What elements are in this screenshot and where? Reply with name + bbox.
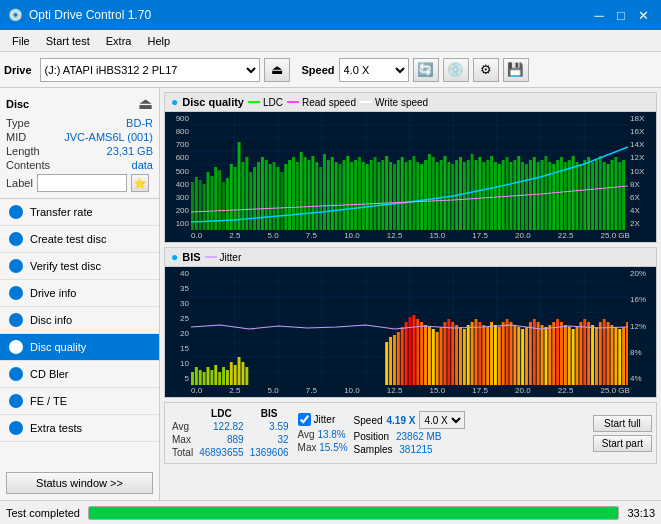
- refresh-button[interactable]: 🔄: [413, 58, 439, 82]
- disc-quality-icon: [8, 339, 24, 355]
- nav-create-test-disc[interactable]: Create test disc: [0, 226, 159, 253]
- transfer-rate-icon: [8, 204, 24, 220]
- svg-rect-50: [319, 167, 322, 230]
- maximize-button[interactable]: □: [611, 5, 631, 25]
- svg-rect-84: [451, 164, 454, 230]
- svg-rect-61: [362, 162, 365, 230]
- svg-rect-155: [230, 362, 233, 385]
- svg-rect-68: [389, 162, 392, 230]
- menu-file[interactable]: File: [4, 33, 38, 49]
- svg-rect-154: [226, 370, 229, 385]
- disc-type-label: Type: [6, 117, 30, 129]
- speed-label: Speed: [302, 64, 335, 76]
- svg-rect-69: [393, 164, 396, 230]
- drive-select[interactable]: (J:) ATAPI iHBS312 2 PL17: [40, 58, 260, 82]
- svg-rect-117: [579, 164, 582, 230]
- svg-rect-37: [269, 164, 272, 230]
- disc-label-input[interactable]: [37, 174, 127, 192]
- status-window-button[interactable]: Status window >>: [6, 472, 153, 494]
- svg-rect-197: [529, 322, 532, 385]
- svg-rect-152: [218, 372, 221, 385]
- eject-button[interactable]: ⏏: [264, 58, 290, 82]
- nav-verify-test-disc[interactable]: Verify test disc: [0, 253, 159, 280]
- svg-rect-111: [556, 160, 559, 230]
- nav-disc-info[interactable]: Disc info: [0, 307, 159, 334]
- svg-rect-25: [222, 182, 225, 230]
- svg-rect-74: [412, 156, 415, 230]
- svg-rect-153: [222, 367, 225, 385]
- chart-area: ● Disc quality LDC Read speed Write spee…: [160, 88, 661, 500]
- svg-rect-76: [420, 164, 423, 230]
- main-area: Disc ⏏ Type BD-R MID JVC-AMS6L (001) Len…: [0, 88, 661, 500]
- nav-drive-info[interactable]: Drive info: [0, 280, 159, 307]
- svg-rect-149: [207, 367, 210, 385]
- nav-cd-bler[interactable]: CD Bler: [0, 361, 159, 388]
- nav-extra-tests[interactable]: Extra tests: [0, 415, 159, 442]
- start-buttons: Start full Start part: [593, 407, 652, 459]
- svg-rect-148: [203, 372, 206, 385]
- svg-rect-92: [482, 162, 485, 230]
- svg-rect-63: [370, 160, 373, 230]
- svg-rect-119: [587, 157, 590, 230]
- svg-rect-81: [440, 160, 443, 230]
- disc-eject-icon[interactable]: ⏏: [138, 94, 153, 113]
- svg-rect-125: [611, 160, 614, 230]
- nav-transfer-rate[interactable]: Transfer rate: [0, 199, 159, 226]
- svg-rect-160: [385, 342, 388, 385]
- nav-verify-test-disc-label: Verify test disc: [30, 260, 101, 272]
- disc-label-btn[interactable]: ⭐: [131, 174, 149, 192]
- speed-select[interactable]: 4.0 X: [419, 411, 465, 429]
- nav-fe-te[interactable]: FE / TE: [0, 388, 159, 415]
- menu-start-test[interactable]: Start test: [38, 33, 98, 49]
- svg-rect-176: [447, 319, 450, 385]
- jitter-checkbox[interactable]: [298, 413, 311, 426]
- svg-rect-46: [304, 157, 307, 230]
- svg-rect-82: [443, 156, 446, 230]
- svg-rect-215: [599, 322, 602, 385]
- svg-rect-207: [568, 327, 571, 385]
- svg-rect-75: [416, 162, 419, 230]
- speed-select[interactable]: 4.0 X: [339, 58, 409, 82]
- svg-rect-36: [265, 160, 268, 230]
- disc-label-label: Label: [6, 177, 33, 189]
- total-bis: 1369606: [247, 446, 292, 459]
- start-full-button[interactable]: Start full: [593, 415, 652, 432]
- svg-rect-168: [416, 319, 419, 385]
- max-bis: 32: [247, 433, 292, 446]
- svg-rect-71: [401, 157, 404, 230]
- svg-rect-189: [498, 327, 501, 385]
- svg-rect-180: [463, 329, 466, 385]
- drive-label: Drive: [4, 64, 32, 76]
- svg-rect-217: [607, 322, 610, 385]
- svg-rect-32: [249, 172, 252, 230]
- avg-bis: 3.59: [247, 420, 292, 433]
- svg-rect-19: [199, 180, 202, 230]
- svg-rect-41: [284, 164, 287, 230]
- settings-button[interactable]: ⚙: [473, 58, 499, 82]
- nav-transfer-rate-label: Transfer rate: [30, 206, 93, 218]
- disc-button[interactable]: 💿: [443, 58, 469, 82]
- minimize-button[interactable]: ─: [589, 5, 609, 25]
- svg-rect-20: [203, 184, 206, 230]
- close-button[interactable]: ✕: [633, 5, 653, 25]
- svg-rect-113: [564, 162, 567, 230]
- svg-rect-191: [506, 319, 509, 385]
- svg-rect-214: [595, 327, 598, 385]
- menu-help[interactable]: Help: [139, 33, 178, 49]
- svg-rect-42: [288, 160, 291, 230]
- svg-rect-190: [502, 322, 505, 385]
- svg-rect-57: [346, 156, 349, 230]
- svg-rect-200: [541, 325, 544, 385]
- menu-extra[interactable]: Extra: [98, 33, 140, 49]
- svg-rect-43: [292, 157, 295, 230]
- nav-disc-quality[interactable]: Disc quality: [0, 334, 159, 361]
- save-button[interactable]: 💾: [503, 58, 529, 82]
- svg-rect-216: [603, 319, 606, 385]
- titlebar-controls: ─ □ ✕: [589, 5, 653, 25]
- start-part-button[interactable]: Start part: [593, 435, 652, 452]
- svg-rect-59: [354, 160, 357, 230]
- svg-rect-122: [599, 156, 602, 230]
- svg-rect-51: [323, 154, 326, 230]
- svg-rect-187: [490, 322, 493, 385]
- cd-bler-icon: [8, 366, 24, 382]
